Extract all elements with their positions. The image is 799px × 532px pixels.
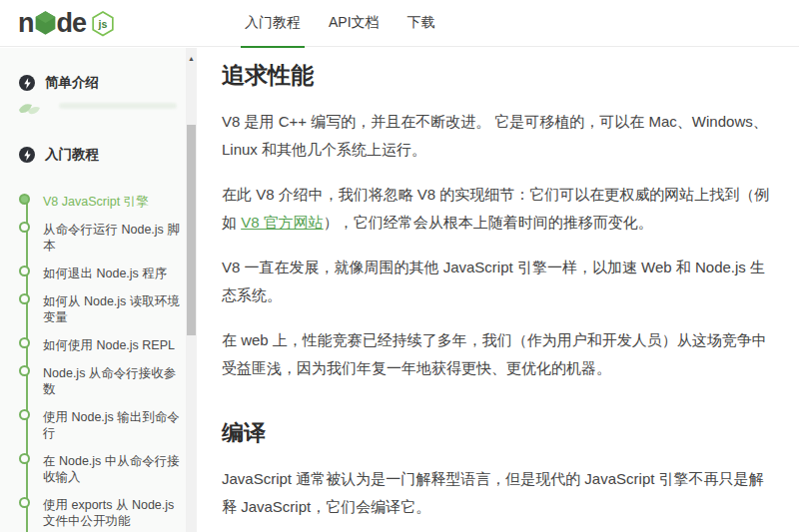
svg-text:js: js (98, 18, 108, 30)
timeline-dot-icon (19, 222, 30, 233)
paragraph-performance-race: 在 web 上，性能竞赛已经持续了多年，我们（作为用户和开发人员）从这场竞争中受… (222, 326, 774, 382)
logo-text-de: de (57, 10, 87, 37)
nav-tab-download[interactable]: 下载 (394, 0, 449, 46)
paragraph-v8-evolving: V8 一直在发展，就像周围的其他 JavaScript 引擎一样，以加速 Web… (222, 254, 774, 309)
js-hexagon-icon: js (91, 11, 115, 37)
timeline-dot-icon (19, 266, 30, 276)
sidebar-item-repl[interactable]: 如何使用 Node.js REPL (19, 331, 183, 359)
nav-tab-tutorial[interactable]: 入门教程 (231, 0, 315, 46)
timeline-dot-icon (19, 293, 30, 304)
sidebar-item-env-vars[interactable]: 如何从 Node.js 读取环境变量 (19, 287, 183, 331)
timeline-dot-icon (19, 337, 30, 348)
sidebar-section-label: 简单介绍 (45, 74, 99, 92)
timeline-dot-icon (19, 409, 30, 420)
paragraph-v8-details: 在此 V8 介绍中，我们将忽略 V8 的实现细节：它们可以在更权威的网站上找到（… (222, 181, 774, 237)
nav-tab-api-docs[interactable]: API文档 (315, 0, 394, 46)
sidebar-section-intro[interactable]: 简单介绍 (19, 74, 183, 92)
sidebar-item-exit-program[interactable]: 如何退出 Node.js 程序 (19, 260, 183, 287)
sidebar-item-exports[interactable]: 使用 exports 从 Node.js 文件中公开功能 (19, 491, 183, 532)
sidebar-section-tutorial[interactable]: 入门教程 (19, 146, 183, 164)
leaf-decoration (19, 100, 183, 118)
sidebar-item-v8-engine[interactable]: V8 JavaScript 引擎 (19, 188, 183, 216)
leaf-icon (17, 100, 47, 118)
timeline-dot-icon (19, 453, 30, 464)
sidebar-item-input-cli[interactable]: 在 Node.js 中从命令行接收输入 (19, 447, 183, 491)
sidebar-item-output-cli[interactable]: 使用 Node.js 输出到命令行 (19, 403, 183, 447)
top-nav: 入门教程 API文档 下载 (231, 0, 449, 46)
lightning-icon (19, 147, 35, 163)
sidebar-item-cli-args[interactable]: Node.js 从命令行接收参数 (19, 359, 183, 403)
scrollbar-up-arrow-icon[interactable]: ▲ (186, 52, 197, 64)
top-header: n de js 入门教程 API文档 下载 (0, 0, 799, 47)
sidebar-tutorial-list: V8 JavaScript 引擎 从命令行运行 Node.js 脚本 如何退出 … (19, 188, 183, 532)
sidebar-section-label: 入门教程 (45, 146, 99, 164)
v8-official-site-link[interactable]: V8 官方网站 (241, 214, 324, 231)
main-content: 追求性能 V8 是用 C++ 编写的，并且在不断改进。 它是可移植的，可以在 M… (197, 48, 799, 532)
paragraph-text: ），它们经常会从根本上随着时间的推移而变化。 (324, 214, 653, 231)
scrollbar-thumb[interactable] (187, 125, 196, 335)
lightning-icon (19, 75, 35, 91)
timeline-dot-icon (19, 365, 30, 376)
paragraph-v8-portable: V8 是用 C++ 编写的，并且在不断改进。 它是可移植的，可以在 Mac、Wi… (222, 108, 774, 164)
section-title-compilation: 编译 (222, 418, 774, 448)
node-hexagon-icon (35, 11, 56, 35)
sidebar: 简单介绍 入门教程 V8 JavaScript 引擎 从命令行运行 Node.j… (0, 48, 197, 532)
paragraph-js-compiled: JavaScript 通常被认为是一门解释型语言，但是现代的 JavaScrip… (222, 465, 774, 521)
ghost-text-strip (59, 103, 177, 109)
nodejs-logo[interactable]: n de js (18, 9, 115, 37)
timeline-dot-icon (19, 497, 30, 508)
page: n de js 入门教程 API文档 下载 简单介绍 (0, 0, 799, 532)
sidebar-scrollbar[interactable]: ▲ (186, 48, 197, 532)
logo-text-n: n (18, 10, 34, 37)
timeline-dot-icon (19, 194, 30, 205)
page-title: 追求性能 (222, 60, 774, 91)
sidebar-item-run-scripts[interactable]: 从命令行运行 Node.js 脚本 (19, 216, 183, 260)
